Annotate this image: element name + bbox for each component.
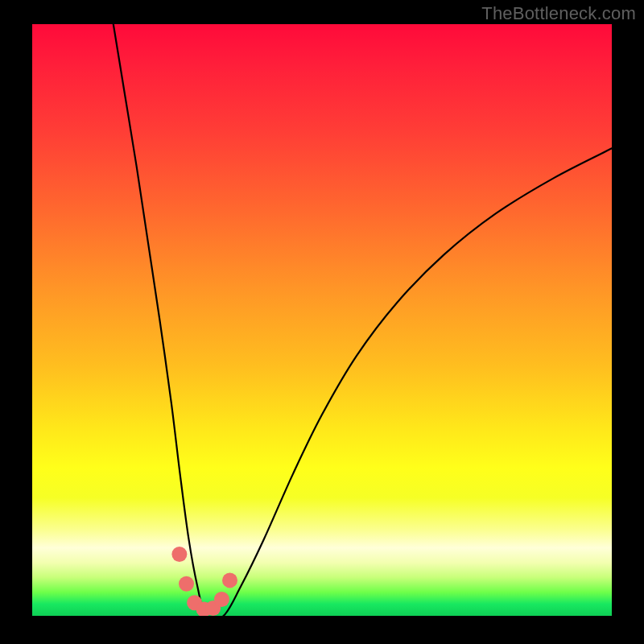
highlight-dot <box>171 547 187 562</box>
chart-frame: TheBottleneck.com <box>0 0 644 644</box>
curve-layer <box>32 24 612 616</box>
highlight-dot <box>214 592 229 607</box>
highlight-dot <box>222 572 237 588</box>
highlight-dots <box>171 547 237 616</box>
watermark-text: TheBottleneck.com <box>481 3 636 24</box>
bottleneck-curve <box>114 24 612 616</box>
plot-area <box>32 24 612 616</box>
highlight-dot <box>179 576 194 592</box>
